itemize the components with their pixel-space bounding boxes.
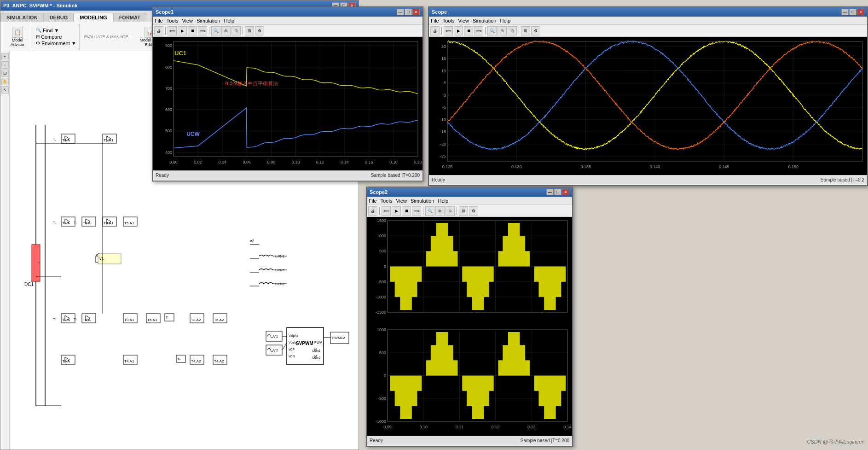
side-toolbar: + − ⊡ ✋ ↖ <box>0 51 10 450</box>
scope1-back-btn[interactable]: ⟸ <box>168 26 177 35</box>
scope2-autoscale-btn[interactable]: ⊞ <box>459 206 468 216</box>
menu-simulation[interactable]: Simulation <box>197 18 220 23</box>
manage-group: 🔍Find ▼ ⊟Compare ⚙Environment ▼ <box>33 24 80 50</box>
scope1-play-btn[interactable]: ▶ <box>178 26 187 35</box>
tab-simulation[interactable]: SIMULATION <box>0 13 44 22</box>
svg-text:T2.A: T2.A <box>62 221 70 225</box>
scope1-zoomin-btn[interactable]: ⊕ <box>221 26 231 35</box>
scope2-play-btn[interactable]: ▶ <box>392 206 401 216</box>
scope-print-btn[interactable]: 🖨 <box>430 26 440 35</box>
compare-btn[interactable]: ⊟Compare <box>36 34 62 40</box>
svg-text:V'1: V'1 <box>273 335 278 338</box>
scope-window: Scope — □ × File Tools View Simulation H… <box>428 6 868 186</box>
scope2-menu-help[interactable]: Help <box>438 198 448 204</box>
scope-close[interactable]: × <box>857 9 864 15</box>
scope1-minimize[interactable]: — <box>397 9 404 15</box>
scope-menu-help[interactable]: Help <box>500 18 510 23</box>
scope2-zoomin-btn[interactable]: ⊕ <box>435 206 445 216</box>
scope1-close[interactable]: × <box>412 9 420 15</box>
scope1-stop-btn[interactable]: ⏹ <box>188 26 197 35</box>
scope2-window: Scope2 — □ × File Tools View Simulation … <box>366 187 573 447</box>
scope2-back-btn[interactable]: ⟸ <box>382 206 391 216</box>
scope1-controls: — □ × <box>397 9 420 15</box>
menu-file[interactable]: File <box>155 18 163 23</box>
scope1-print-btn[interactable]: 🖨 <box>154 26 163 35</box>
scope2-menu-view[interactable]: View <box>396 198 407 204</box>
tab-debug[interactable]: DEBUG <box>44 13 74 22</box>
svg-text:T6.A2: T6.A2 <box>214 318 224 322</box>
find-btn[interactable]: 🔍Find ▼ <box>36 28 59 33</box>
scope1-plot-container <box>153 37 422 170</box>
fit-btn[interactable]: ⊡ <box>1 70 9 77</box>
scope-minimize[interactable]: — <box>841 9 849 15</box>
scope2-menu-simulation[interactable]: Simulation <box>411 198 434 204</box>
svg-text:T-: T- <box>53 317 56 321</box>
svg-text:v2: v2 <box>250 239 255 243</box>
scope-zoomout-btn[interactable]: ⊖ <box>508 26 517 35</box>
menu-tools[interactable]: Tools <box>167 18 179 23</box>
zoom-out-btn[interactable]: − <box>1 61 9 69</box>
watermark: CSDN @马小柯Engineer <box>807 438 863 445</box>
scope1-fwd-btn[interactable]: ⟹ <box>198 26 207 35</box>
scope-menu-tools[interactable]: Tools <box>443 18 455 23</box>
scope2-settings-btn[interactable]: ⚙ <box>469 206 478 216</box>
scope-titlebar: Scope — □ × <box>429 7 867 17</box>
svg-text:T5.A1: T5.A1 <box>124 221 134 225</box>
scope-status: Ready Sample based |T=0.2 <box>429 175 867 184</box>
scope1-maximize[interactable]: □ <box>405 9 412 15</box>
scope1-zoom-btn[interactable]: 🔍 <box>211 26 220 35</box>
tab-format[interactable]: FORMAT <box>113 13 146 22</box>
scope-zoomin-btn[interactable]: ⊕ <box>498 26 507 35</box>
scope2-maximize[interactable]: □ <box>554 189 561 195</box>
svg-text:T6.A1: T6.A1 <box>147 318 157 322</box>
zoom-in-btn[interactable]: + <box>1 53 9 60</box>
scope1-settings-btn[interactable]: ⚙ <box>255 26 264 35</box>
scope2-menu-tools[interactable]: Tools <box>381 198 393 204</box>
scope2-stop-btn[interactable]: ⏹ <box>402 206 411 216</box>
scope1-status-right: Sample based |T=0.200 <box>371 173 420 178</box>
svg-text:T4.A: T4.A <box>62 359 70 363</box>
select-btn[interactable]: ↖ <box>1 86 9 94</box>
scope-maximize[interactable]: □ <box>849 9 856 15</box>
scope-fwd-btn[interactable]: ⟹ <box>474 26 483 35</box>
scope2-controls: — □ × <box>546 189 569 195</box>
svg-text:Vbeta: Vbeta <box>289 341 297 344</box>
scope-autoscale-btn[interactable]: ⊞ <box>521 26 530 35</box>
model-advisor-label: ModelAdvisor <box>11 38 24 47</box>
scope2-close[interactable]: × <box>562 189 569 195</box>
model-advisor-btn[interactable]: 📋 ModelAdvisor <box>7 25 28 48</box>
svg-text:T-: T- <box>74 221 77 225</box>
scope2-print-btn[interactable]: 🖨 <box>368 206 377 216</box>
scope-play-btn[interactable]: ▶ <box>454 26 463 35</box>
scope-stop-btn[interactable]: ⏹ <box>464 26 473 35</box>
model-advisor-icon: 📋 <box>12 27 23 38</box>
scope-settings-btn[interactable]: ⚙ <box>531 26 540 35</box>
scope1-zoomout-btn[interactable]: ⊖ <box>231 26 241 35</box>
scope-back-btn[interactable]: ⟸ <box>444 26 453 35</box>
scope-menu-view[interactable]: View <box>458 18 469 23</box>
scope-menu-file[interactable]: File <box>431 18 439 23</box>
scope1-autoscale-btn[interactable]: ⊞ <box>245 26 254 35</box>
tab-modeling[interactable]: MODELING <box>74 13 113 22</box>
scope2-menu-file[interactable]: File <box>369 198 377 204</box>
pan-btn[interactable]: ✋ <box>1 78 9 85</box>
scope-title: Scope <box>432 9 447 15</box>
scope-zoom-btn[interactable]: 🔍 <box>487 26 497 35</box>
scope2-fwd-btn[interactable]: ⟹ <box>412 206 421 216</box>
scope1-window: Scope1 — □ × File Tools View Simulation … <box>152 6 423 181</box>
scope2-canvas <box>367 217 572 436</box>
scope-menu-simulation[interactable]: Simulation <box>473 18 496 23</box>
scope2-zoomout-btn[interactable]: ⊖ <box>446 206 455 216</box>
scope2-minimize[interactable]: — <box>546 189 554 195</box>
menu-help[interactable]: Help <box>224 18 234 23</box>
scope-menubar: File Tools View Simulation Help <box>429 17 867 25</box>
scope2-zoom-btn[interactable]: 🔍 <box>425 206 434 216</box>
svg-text:T-: T- <box>53 221 56 225</box>
scope-plot-container <box>429 37 867 175</box>
svg-text:DC1: DC1 <box>24 282 34 287</box>
svg-text:T-: T- <box>166 316 169 320</box>
svg-text:V'2: V'2 <box>273 349 278 352</box>
environment-btn[interactable]: ⚙Environment ▼ <box>36 41 76 46</box>
scope1-status-text: Ready <box>156 173 169 178</box>
menu-view[interactable]: View <box>182 18 193 23</box>
